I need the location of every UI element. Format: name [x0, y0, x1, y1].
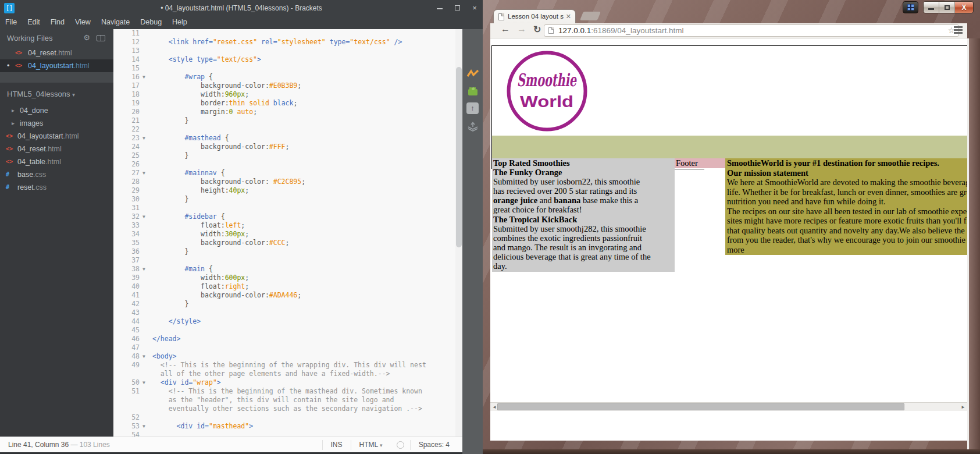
- code-line-16[interactable]: 16▼ #wrap {: [113, 73, 455, 81]
- code-line-41[interactable]: 41 background-color:#ADA446;: [113, 291, 455, 300]
- code-line-18[interactable]: 18 width:960px;: [113, 90, 455, 99]
- live-preview-icon[interactable]: [462, 69, 483, 80]
- forward-button[interactable]: →: [517, 24, 526, 34]
- code-line-40[interactable]: 40 float:right;: [113, 282, 455, 291]
- menu-file[interactable]: File: [0, 16, 22, 29]
- code-line-54[interactable]: 54: [113, 431, 455, 437]
- code-line-38[interactable]: 38▼ #main {: [113, 265, 455, 274]
- back-button[interactable]: ←: [501, 24, 510, 34]
- tree-item-04_layoutstart[interactable]: <>04_layoutstart.html: [0, 130, 113, 143]
- chevron-right-icon[interactable]: ▸: [12, 104, 15, 117]
- code-line-34[interactable]: 34 width:300px;: [113, 230, 455, 239]
- menu-help[interactable]: Help: [167, 16, 193, 29]
- fold-arrow-icon[interactable]: ▼: [142, 212, 145, 221]
- code-line-24[interactable]: 24 background-color:#FFF;: [113, 143, 455, 151]
- code-line-48[interactable]: 48▼<body>: [113, 352, 455, 361]
- scroll-left-arrow[interactable]: ◄: [492, 405, 497, 410]
- extension-manager-icon[interactable]: [462, 87, 483, 98]
- code-line-29[interactable]: 29 height:40px;: [113, 186, 455, 195]
- code-line-35[interactable]: 35 background-color:#CCC;: [113, 239, 455, 247]
- code-line-27[interactable]: 27▼ #mainnav {: [113, 169, 455, 178]
- menu-find[interactable]: Find: [45, 16, 70, 29]
- code-line-21[interactable]: 21 }: [113, 116, 455, 125]
- insert-mode-indicator[interactable]: INS: [322, 440, 351, 450]
- code-line-47[interactable]: 47: [113, 343, 455, 352]
- code-line-52[interactable]: 52: [113, 413, 455, 422]
- tree-item-04_table[interactable]: <>04_table.html: [0, 155, 113, 168]
- code-line-50[interactable]: 50▼ <div id="wrap">: [113, 378, 455, 387]
- fold-arrow-icon[interactable]: ▼: [142, 169, 145, 178]
- tree-item-04_done[interactable]: ▸04_done: [0, 104, 113, 117]
- code-line-49[interactable]: 49 <!-- This is the beginning of the wra…: [113, 361, 455, 370]
- code-line-46[interactable]: 46</head>: [113, 335, 455, 343]
- horizontal-scrollbar[interactable]: ◄ ►: [490, 402, 967, 411]
- reload-button[interactable]: ↻: [533, 24, 541, 35]
- code-line-13[interactable]: 13: [113, 47, 455, 55]
- chevron-right-icon[interactable]: ▸: [12, 117, 15, 130]
- code-line-26[interactable]: 26: [113, 160, 455, 169]
- tree-item-base[interactable]: #base.css: [0, 168, 113, 181]
- gear-icon[interactable]: ⚙: [83, 33, 90, 42]
- minimize-button[interactable]: [924, 2, 939, 13]
- code-line-28[interactable]: 28 background-color: #C2C895;: [113, 178, 455, 186]
- code-line-12[interactable]: 12 <link href="reset.css" rel="styleshee…: [113, 38, 455, 47]
- layers-icon[interactable]: [462, 121, 483, 136]
- split-view-icon[interactable]: [97, 35, 105, 41]
- working-file-04_reset[interactable]: <>04_reset.html: [0, 47, 113, 59]
- status-circle-icon[interactable]: [397, 441, 404, 449]
- code-editor[interactable]: 1112 <link href="reset.css" rel="stylesh…: [113, 29, 455, 437]
- fold-arrow-icon[interactable]: ▼: [142, 265, 145, 274]
- minimize-button[interactable]: [435, 3, 444, 13]
- code-line-32[interactable]: 32▼ #sidebar {: [113, 212, 455, 221]
- code-line-31[interactable]: 31: [113, 204, 455, 212]
- code-line-17[interactable]: 17 background-color:#E0B3B9;: [113, 81, 455, 90]
- code-line-22[interactable]: 22: [113, 125, 455, 134]
- code-line-wrap[interactable]: all of the other page elements and have …: [113, 370, 455, 378]
- scrollbar-thumb[interactable]: [497, 403, 904, 410]
- project-dropdown[interactable]: HTML5_04lessons ▾: [0, 87, 113, 104]
- menu-edit[interactable]: Edit: [22, 16, 45, 29]
- code-line-42[interactable]: 42 }: [113, 300, 455, 308]
- code-line-39[interactable]: 39 width:600px;: [113, 274, 455, 282]
- code-line-33[interactable]: 33 float:left;: [113, 221, 455, 230]
- code-line-44[interactable]: 44 </style>: [113, 317, 455, 326]
- fold-arrow-icon[interactable]: ▼: [142, 134, 145, 143]
- code-line-30[interactable]: 30 }: [113, 195, 455, 204]
- code-line-14[interactable]: 14 <style type="text/css">: [113, 55, 455, 64]
- fold-arrow-icon[interactable]: ▼: [142, 73, 145, 81]
- working-file-04_layoutstart[interactable]: •<>04_layoutstart.html: [0, 59, 113, 72]
- upload-icon[interactable]: ↑: [462, 102, 483, 114]
- scrollbar-thumb[interactable]: [456, 67, 462, 247]
- code-line-19[interactable]: 19 border:thin solid black;: [113, 99, 455, 108]
- tree-item-reset[interactable]: #reset.css: [0, 181, 113, 194]
- brackets-titlebar[interactable]: [] • 04_layoutstart.html (HTML5_04lesson…: [0, 0, 483, 16]
- tree-item-04_reset[interactable]: <>04_reset.html: [0, 143, 113, 155]
- display-grid-icon[interactable]: [903, 1, 918, 13]
- editor-scrollbar[interactable]: [455, 29, 462, 437]
- code-line-20[interactable]: 20 margin:0 auto;: [113, 108, 455, 116]
- restore-button[interactable]: [939, 2, 955, 13]
- menu-debug[interactable]: Debug: [135, 16, 167, 29]
- fold-arrow-icon[interactable]: ▼: [142, 352, 145, 361]
- code-line-11[interactable]: 11: [113, 29, 455, 38]
- code-line-23[interactable]: 23▼ #masthead {: [113, 134, 455, 143]
- code-line-25[interactable]: 25 }: [113, 151, 455, 160]
- code-line-45[interactable]: 45: [113, 326, 455, 335]
- code-line-36[interactable]: 36 }: [113, 247, 455, 256]
- browser-tab[interactable]: Lesson 04 layout start ✕: [493, 9, 576, 23]
- spaces-setting[interactable]: Spaces: 4: [410, 440, 458, 450]
- code-line-51[interactable]: 51 <!-- This is the beginning of the mas…: [113, 387, 455, 396]
- scroll-right-arrow[interactable]: ►: [961, 405, 965, 410]
- tab-close-icon[interactable]: ✕: [566, 13, 571, 20]
- new-tab-button[interactable]: [580, 12, 601, 20]
- code-line-wrap[interactable]: as the "header", this div will contain t…: [113, 396, 455, 405]
- tree-item-images[interactable]: ▸images: [0, 117, 113, 130]
- code-line-53[interactable]: 53▼ <div id="masthead">: [113, 422, 455, 431]
- chrome-menu-icon[interactable]: [954, 26, 964, 34]
- close-button[interactable]: ×: [470, 3, 479, 13]
- fold-arrow-icon[interactable]: ▼: [142, 422, 145, 431]
- code-line-15[interactable]: 15: [113, 64, 455, 73]
- code-line-37[interactable]: 37: [113, 256, 455, 265]
- menu-view[interactable]: View: [70, 16, 96, 29]
- address-bar[interactable]: 127.0.0.1:61869/04_layoutstart.html ☆: [544, 24, 959, 37]
